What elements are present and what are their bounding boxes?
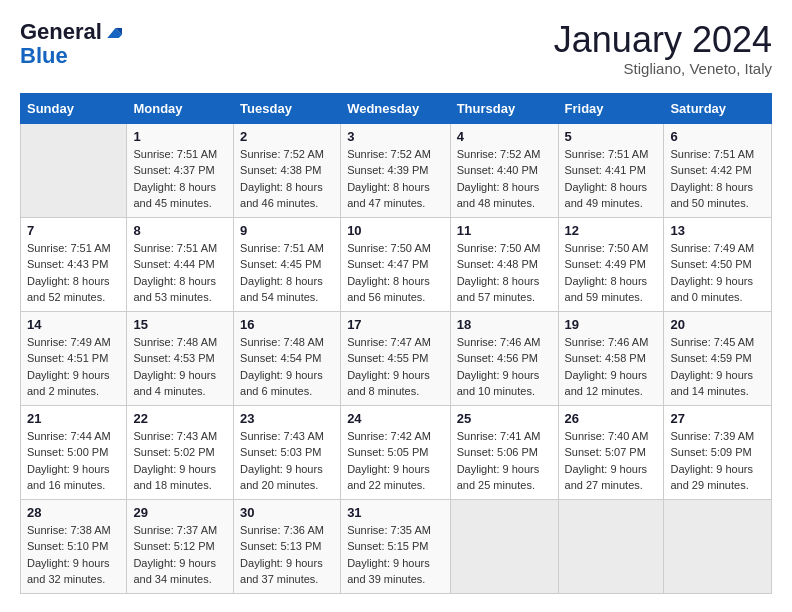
weekday-header-wednesday: Wednesday: [341, 93, 451, 123]
day-number: 5: [565, 129, 658, 144]
day-info: Sunrise: 7:51 AMSunset: 4:45 PMDaylight:…: [240, 240, 334, 306]
calendar-cell: 9Sunrise: 7:51 AMSunset: 4:45 PMDaylight…: [234, 217, 341, 311]
day-number: 1: [133, 129, 227, 144]
day-number: 26: [565, 411, 658, 426]
weekday-header-monday: Monday: [127, 93, 234, 123]
calendar-cell: 12Sunrise: 7:50 AMSunset: 4:49 PMDayligh…: [558, 217, 664, 311]
day-number: 13: [670, 223, 765, 238]
day-info: Sunrise: 7:50 AMSunset: 4:49 PMDaylight:…: [565, 240, 658, 306]
day-number: 20: [670, 317, 765, 332]
day-info: Sunrise: 7:51 AMSunset: 4:43 PMDaylight:…: [27, 240, 120, 306]
day-info: Sunrise: 7:49 AMSunset: 4:51 PMDaylight:…: [27, 334, 120, 400]
logo-icon: [104, 26, 122, 40]
calendar-cell: 15Sunrise: 7:48 AMSunset: 4:53 PMDayligh…: [127, 311, 234, 405]
title-block: January 2024 Stigliano, Veneto, Italy: [554, 20, 772, 77]
day-number: 8: [133, 223, 227, 238]
day-number: 28: [27, 505, 120, 520]
logo-text: GeneralBlue: [20, 20, 122, 68]
day-number: 31: [347, 505, 444, 520]
week-row-3: 14Sunrise: 7:49 AMSunset: 4:51 PMDayligh…: [21, 311, 772, 405]
day-number: 21: [27, 411, 120, 426]
calendar-cell: 8Sunrise: 7:51 AMSunset: 4:44 PMDaylight…: [127, 217, 234, 311]
day-number: 15: [133, 317, 227, 332]
day-number: 25: [457, 411, 552, 426]
week-row-4: 21Sunrise: 7:44 AMSunset: 5:00 PMDayligh…: [21, 405, 772, 499]
day-number: 23: [240, 411, 334, 426]
month-title: January 2024: [554, 20, 772, 60]
calendar-cell: 18Sunrise: 7:46 AMSunset: 4:56 PMDayligh…: [450, 311, 558, 405]
calendar-cell: 27Sunrise: 7:39 AMSunset: 5:09 PMDayligh…: [664, 405, 772, 499]
calendar-cell: 29Sunrise: 7:37 AMSunset: 5:12 PMDayligh…: [127, 499, 234, 593]
calendar-cell: 5Sunrise: 7:51 AMSunset: 4:41 PMDaylight…: [558, 123, 664, 217]
day-info: Sunrise: 7:48 AMSunset: 4:54 PMDaylight:…: [240, 334, 334, 400]
day-number: 24: [347, 411, 444, 426]
day-number: 6: [670, 129, 765, 144]
calendar-cell: 30Sunrise: 7:36 AMSunset: 5:13 PMDayligh…: [234, 499, 341, 593]
day-number: 7: [27, 223, 120, 238]
day-info: Sunrise: 7:51 AMSunset: 4:41 PMDaylight:…: [565, 146, 658, 212]
day-info: Sunrise: 7:51 AMSunset: 4:37 PMDaylight:…: [133, 146, 227, 212]
calendar-table: SundayMondayTuesdayWednesdayThursdayFrid…: [20, 93, 772, 594]
day-info: Sunrise: 7:48 AMSunset: 4:53 PMDaylight:…: [133, 334, 227, 400]
logo: GeneralBlue: [20, 20, 122, 68]
week-row-1: 1Sunrise: 7:51 AMSunset: 4:37 PMDaylight…: [21, 123, 772, 217]
calendar-cell: [664, 499, 772, 593]
day-info: Sunrise: 7:35 AMSunset: 5:15 PMDaylight:…: [347, 522, 444, 588]
calendar-cell: 2Sunrise: 7:52 AMSunset: 4:38 PMDaylight…: [234, 123, 341, 217]
day-info: Sunrise: 7:45 AMSunset: 4:59 PMDaylight:…: [670, 334, 765, 400]
day-info: Sunrise: 7:51 AMSunset: 4:44 PMDaylight:…: [133, 240, 227, 306]
calendar-cell: 1Sunrise: 7:51 AMSunset: 4:37 PMDaylight…: [127, 123, 234, 217]
day-info: Sunrise: 7:51 AMSunset: 4:42 PMDaylight:…: [670, 146, 765, 212]
day-number: 27: [670, 411, 765, 426]
weekday-header-friday: Friday: [558, 93, 664, 123]
day-info: Sunrise: 7:50 AMSunset: 4:47 PMDaylight:…: [347, 240, 444, 306]
day-number: 11: [457, 223, 552, 238]
calendar-cell: 4Sunrise: 7:52 AMSunset: 4:40 PMDaylight…: [450, 123, 558, 217]
location: Stigliano, Veneto, Italy: [554, 60, 772, 77]
header-row: SundayMondayTuesdayWednesdayThursdayFrid…: [21, 93, 772, 123]
day-number: 30: [240, 505, 334, 520]
calendar-cell: 25Sunrise: 7:41 AMSunset: 5:06 PMDayligh…: [450, 405, 558, 499]
calendar-cell: 10Sunrise: 7:50 AMSunset: 4:47 PMDayligh…: [341, 217, 451, 311]
day-number: 2: [240, 129, 334, 144]
calendar-cell: [450, 499, 558, 593]
day-info: Sunrise: 7:44 AMSunset: 5:00 PMDaylight:…: [27, 428, 120, 494]
weekday-header-saturday: Saturday: [664, 93, 772, 123]
day-number: 19: [565, 317, 658, 332]
day-info: Sunrise: 7:37 AMSunset: 5:12 PMDaylight:…: [133, 522, 227, 588]
day-number: 22: [133, 411, 227, 426]
day-info: Sunrise: 7:36 AMSunset: 5:13 PMDaylight:…: [240, 522, 334, 588]
day-number: 29: [133, 505, 227, 520]
calendar-cell: 14Sunrise: 7:49 AMSunset: 4:51 PMDayligh…: [21, 311, 127, 405]
day-info: Sunrise: 7:47 AMSunset: 4:55 PMDaylight:…: [347, 334, 444, 400]
calendar-cell: 23Sunrise: 7:43 AMSunset: 5:03 PMDayligh…: [234, 405, 341, 499]
weekday-header-tuesday: Tuesday: [234, 93, 341, 123]
day-info: Sunrise: 7:46 AMSunset: 4:56 PMDaylight:…: [457, 334, 552, 400]
calendar-cell: 26Sunrise: 7:40 AMSunset: 5:07 PMDayligh…: [558, 405, 664, 499]
day-info: Sunrise: 7:49 AMSunset: 4:50 PMDaylight:…: [670, 240, 765, 306]
calendar-cell: 21Sunrise: 7:44 AMSunset: 5:00 PMDayligh…: [21, 405, 127, 499]
weekday-header-thursday: Thursday: [450, 93, 558, 123]
day-info: Sunrise: 7:38 AMSunset: 5:10 PMDaylight:…: [27, 522, 120, 588]
calendar-cell: 7Sunrise: 7:51 AMSunset: 4:43 PMDaylight…: [21, 217, 127, 311]
week-row-5: 28Sunrise: 7:38 AMSunset: 5:10 PMDayligh…: [21, 499, 772, 593]
day-number: 10: [347, 223, 444, 238]
page-header: GeneralBlue January 2024 Stigliano, Vene…: [20, 20, 772, 77]
day-number: 14: [27, 317, 120, 332]
calendar-cell: 19Sunrise: 7:46 AMSunset: 4:58 PMDayligh…: [558, 311, 664, 405]
day-info: Sunrise: 7:52 AMSunset: 4:38 PMDaylight:…: [240, 146, 334, 212]
day-number: 3: [347, 129, 444, 144]
day-number: 17: [347, 317, 444, 332]
calendar-cell: [558, 499, 664, 593]
calendar-cell: 22Sunrise: 7:43 AMSunset: 5:02 PMDayligh…: [127, 405, 234, 499]
day-info: Sunrise: 7:39 AMSunset: 5:09 PMDaylight:…: [670, 428, 765, 494]
calendar-cell: 20Sunrise: 7:45 AMSunset: 4:59 PMDayligh…: [664, 311, 772, 405]
calendar-cell: 11Sunrise: 7:50 AMSunset: 4:48 PMDayligh…: [450, 217, 558, 311]
day-info: Sunrise: 7:50 AMSunset: 4:48 PMDaylight:…: [457, 240, 552, 306]
calendar-cell: [21, 123, 127, 217]
day-info: Sunrise: 7:52 AMSunset: 4:39 PMDaylight:…: [347, 146, 444, 212]
calendar-cell: 31Sunrise: 7:35 AMSunset: 5:15 PMDayligh…: [341, 499, 451, 593]
day-info: Sunrise: 7:40 AMSunset: 5:07 PMDaylight:…: [565, 428, 658, 494]
week-row-2: 7Sunrise: 7:51 AMSunset: 4:43 PMDaylight…: [21, 217, 772, 311]
day-number: 18: [457, 317, 552, 332]
